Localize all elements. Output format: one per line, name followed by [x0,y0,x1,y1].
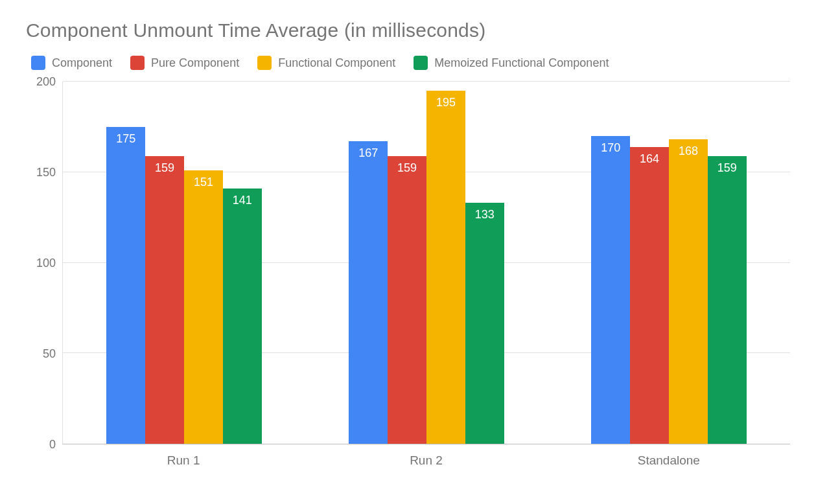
bar-value-label: 159 [155,161,174,175]
bar: 168 [669,139,708,444]
plot: 175 159 151 141 167 159 195 133 170 164 … [62,82,790,444]
legend-item: Functional Component [257,56,395,70]
bar: 167 [349,141,388,444]
bar: 159 [145,156,184,444]
x-axis: Run 1 Run 2 Standalone [62,444,790,468]
y-tick-label: 150 [36,166,56,179]
y-tick-label: 200 [36,75,56,89]
legend-swatch-icon [130,56,145,70]
legend-label: Memoized Functional Component [434,56,609,70]
bar: 141 [223,189,262,444]
chart-plot-area: 200 150 100 50 0 175 159 151 141 167 159… [26,82,790,444]
bar-groups: 175 159 151 141 167 159 195 133 170 164 … [63,82,790,444]
bar-group: 175 159 151 141 [63,82,305,444]
legend-swatch-icon [257,56,272,70]
bar: 170 [591,136,630,444]
bar-value-label: 175 [116,132,135,146]
y-tick-label: 0 [49,438,56,452]
bar-value-label: 151 [194,176,213,189]
x-tick-label: Run 2 [305,444,547,468]
bar: 195 [426,91,465,444]
bar: 164 [630,147,669,444]
legend-item: Pure Component [130,56,239,70]
y-tick-label: 50 [43,347,56,361]
bar-group: 170 164 168 159 [548,82,790,444]
legend-item: Component [31,56,112,70]
bar-value-label: 170 [601,141,620,155]
bar-value-label: 159 [397,161,417,175]
legend-swatch-icon [414,56,428,70]
bar: 159 [388,156,426,444]
x-tick-label: Run 1 [62,444,305,468]
bar-value-label: 133 [475,208,495,222]
x-tick-label: Standalone [548,444,790,468]
legend-label: Component [52,56,112,70]
legend-item: Memoized Functional Component [414,56,609,70]
legend: Component Pure Component Functional Comp… [31,56,790,70]
bar-value-label: 167 [358,146,378,160]
bar-value-label: 164 [640,152,659,166]
bar-value-label: 168 [679,144,698,158]
y-axis: 200 150 100 50 0 [26,82,62,444]
bar: 175 [106,127,145,444]
bar-group: 167 159 195 133 [305,82,548,444]
y-tick-label: 100 [36,257,56,270]
bar: 151 [184,170,223,444]
legend-swatch-icon [31,56,45,70]
bar: 159 [708,156,747,444]
bar-value-label: 141 [233,194,252,207]
bar-value-label: 159 [717,161,737,175]
legend-label: Pure Component [151,56,239,70]
bar-value-label: 195 [436,96,456,109]
bar: 133 [465,203,504,444]
legend-label: Functional Component [278,56,395,70]
chart-title: Component Unmount Time Average (in milli… [26,19,790,41]
